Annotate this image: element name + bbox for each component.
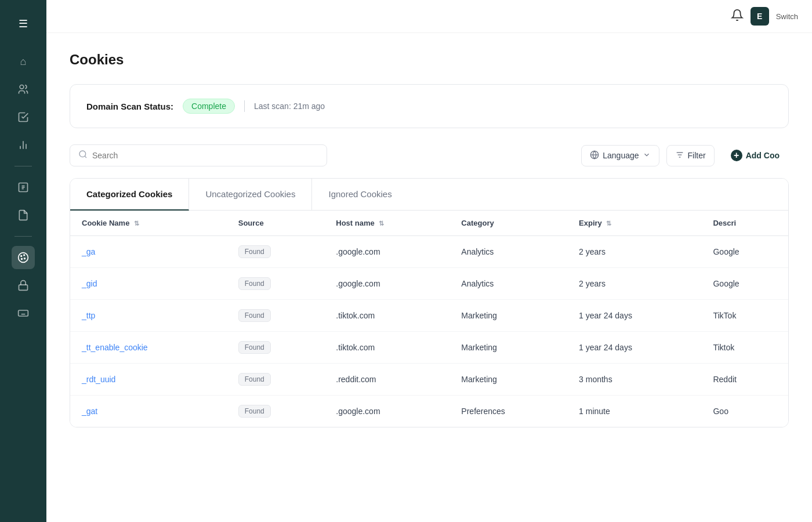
cookie-hostname-cell: .google.com — [324, 396, 449, 427]
cookie-name-cell[interactable]: _rdt_uuid — [70, 364, 227, 396]
cookie-description-cell: Reddit — [701, 364, 788, 396]
sidebar-item-tasks[interactable] — [12, 106, 35, 129]
cookie-description-cell: TikTok — [701, 300, 788, 332]
chevron-down-icon — [643, 151, 651, 161]
cookie-source-cell: Found — [227, 396, 325, 427]
sidebar-item-home[interactable]: ⌂ — [12, 50, 35, 73]
source-badge: Found — [238, 405, 271, 418]
cookie-expiry-cell: 2 years — [567, 268, 701, 300]
cookies-data-table: Cookie Name ⇅ Source Host name ⇅ Categor… — [70, 211, 788, 427]
sort-icon-hostname: ⇅ — [379, 220, 384, 227]
cookie-description-cell: Google — [701, 236, 788, 268]
table-row: _gat Found .google.com Preferences 1 min… — [70, 396, 788, 427]
sidebar-item-keyboard[interactable] — [12, 302, 35, 325]
svg-point-20 — [79, 151, 86, 157]
domain-scan-label: Domain Scan Status: — [86, 102, 173, 111]
sidebar-item-users[interactable] — [12, 78, 35, 101]
table-row: _ga Found .google.com Analytics 2 years … — [70, 236, 788, 268]
svg-point-8 — [19, 253, 28, 263]
user-avatar[interactable]: E — [751, 7, 769, 26]
cookie-expiry-cell: 1 year 24 days — [567, 300, 701, 332]
source-badge: Found — [238, 341, 271, 354]
col-header-expiry[interactable]: Expiry ⇅ — [567, 211, 701, 236]
cookie-source-cell: Found — [227, 364, 325, 396]
user-switch-label[interactable]: Switch — [776, 12, 798, 21]
svg-point-12 — [21, 259, 23, 260]
cookie-description-cell: Goo — [701, 396, 788, 427]
cookie-expiry-cell: 2 years — [567, 236, 701, 268]
cookie-expiry-cell: 1 year 24 days — [567, 332, 701, 364]
cookie-name-cell[interactable]: _gat — [70, 396, 227, 427]
cookie-name-cell[interactable]: _ga — [70, 236, 227, 268]
cookie-name-cell[interactable]: _tt_enable_cookie — [70, 332, 227, 364]
sidebar-item-analytics[interactable] — [12, 133, 35, 157]
cookie-name-cell[interactable]: _ttp — [70, 300, 227, 332]
cookie-link[interactable]: _rdt_uuid — [82, 375, 115, 384]
cookie-category-cell: Marketing — [449, 300, 567, 332]
cookie-expiry-cell: 1 minute — [567, 396, 701, 427]
cookie-source-cell: Found — [227, 332, 325, 364]
cookie-hostname-cell: .tiktok.com — [324, 300, 449, 332]
filter-label: Filter — [688, 151, 706, 160]
svg-rect-13 — [19, 285, 28, 290]
cookie-source-cell: Found — [227, 300, 325, 332]
cookie-link[interactable]: _gat — [82, 407, 97, 416]
cookie-link[interactable]: _ga — [82, 247, 95, 256]
language-label: Language — [603, 151, 639, 160]
add-cookie-button[interactable]: + Add Coo — [722, 145, 789, 166]
tab-ignored[interactable]: Ignored Cookies — [312, 179, 408, 211]
col-header-category: Category — [449, 211, 567, 236]
main-content: E Switch Cookies Domain Scan Status: Com… — [46, 0, 812, 522]
cookie-category-cell: Preferences — [449, 396, 567, 427]
cookie-name-cell[interactable]: _gid — [70, 268, 227, 300]
svg-point-9 — [21, 256, 22, 257]
sidebar-divider-2 — [14, 236, 32, 237]
source-badge: Found — [238, 373, 271, 386]
sidebar-item-lock[interactable] — [12, 274, 35, 297]
cookie-category-cell: Marketing — [449, 364, 567, 396]
cookie-description-cell: Google — [701, 268, 788, 300]
status-divider — [244, 100, 245, 112]
notification-bell[interactable] — [731, 9, 744, 24]
table-row: _rdt_uuid Found .reddit.com Marketing 3 … — [70, 364, 788, 396]
sort-icon-name: ⇅ — [134, 220, 139, 227]
cookie-hostname-cell: .tiktok.com — [324, 332, 449, 364]
cookie-source-cell: Found — [227, 236, 325, 268]
col-header-hostname[interactable]: Host name ⇅ — [324, 211, 449, 236]
cookie-expiry-cell: 3 months — [567, 364, 701, 396]
globe-icon — [590, 150, 599, 161]
search-icon — [78, 150, 88, 161]
col-header-name[interactable]: Cookie Name ⇅ — [70, 211, 227, 236]
cookie-description-cell: Tiktok — [701, 332, 788, 364]
sidebar-item-list[interactable] — [12, 176, 35, 199]
toolbar: Language Filter + Add Coo — [70, 144, 789, 166]
cookie-category-cell: Analytics — [449, 236, 567, 268]
filter-icon — [675, 150, 684, 161]
tab-categorized[interactable]: Categorized Cookies — [70, 179, 189, 211]
sidebar-item-document[interactable] — [12, 204, 35, 227]
source-badge: Found — [238, 245, 271, 258]
sidebar-item-cookies[interactable] — [12, 246, 35, 269]
col-header-source: Source — [227, 211, 325, 236]
table-row: _ttp Found .tiktok.com Marketing 1 year … — [70, 300, 788, 332]
svg-point-0 — [20, 85, 24, 89]
filter-button[interactable]: Filter — [666, 145, 715, 166]
source-badge: Found — [238, 309, 271, 322]
cookie-hostname-cell: .google.com — [324, 268, 449, 300]
language-button[interactable]: Language — [581, 145, 659, 166]
tab-uncategorized[interactable]: Uncategorized Cookies — [189, 179, 312, 211]
cookie-link[interactable]: _tt_enable_cookie — [82, 343, 148, 352]
last-scan-time: Last scan: 21m ago — [254, 102, 325, 111]
search-input[interactable] — [92, 151, 318, 160]
table-row: _tt_enable_cookie Found .tiktok.com Mark… — [70, 332, 788, 364]
cookie-link[interactable]: _gid — [82, 279, 97, 288]
search-box[interactable] — [70, 144, 327, 166]
domain-scan-card: Domain Scan Status: Complete Last scan: … — [70, 84, 789, 128]
cookie-hostname-cell: .google.com — [324, 236, 449, 268]
cookie-link[interactable]: _ttp — [82, 311, 95, 320]
cookie-category-cell: Marketing — [449, 332, 567, 364]
source-badge: Found — [238, 277, 271, 290]
scan-status-badge: Complete — [183, 99, 235, 114]
col-header-description: Descri — [701, 211, 788, 236]
hamburger-menu[interactable]: ☰ — [13, 12, 34, 36]
